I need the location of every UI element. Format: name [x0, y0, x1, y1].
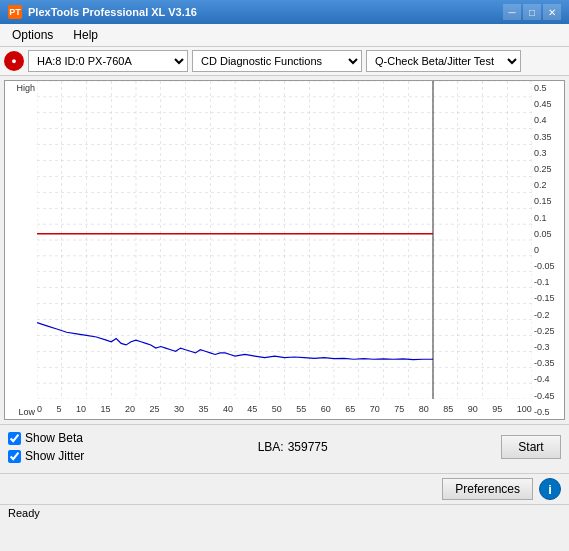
minimize-button[interactable]: ─ [503, 4, 521, 20]
y-label-3: 0.35 [532, 132, 564, 142]
y-label-5: 0.25 [532, 164, 564, 174]
chart-area [37, 81, 532, 399]
menu-options[interactable]: Options [4, 26, 61, 44]
y-label-6: 0.2 [532, 180, 564, 190]
y-label-13: -0.15 [532, 293, 564, 303]
y-label-16: -0.3 [532, 342, 564, 352]
x-label-20: 100 [517, 404, 532, 414]
x-label-16: 80 [419, 404, 429, 414]
status-bar: Ready [0, 504, 569, 521]
chart-canvas [37, 81, 532, 399]
y-label-0: 0.5 [532, 83, 564, 93]
y-label-17: -0.35 [532, 358, 564, 368]
device-status-icon: ● [4, 51, 24, 71]
preferences-button[interactable]: Preferences [442, 478, 533, 500]
chart-x-labels: 0 5 10 15 20 25 30 35 40 45 50 55 60 65 … [37, 399, 532, 419]
test-select[interactable]: Q-Check Beta/Jitter Test [366, 50, 521, 72]
show-beta-checkbox[interactable] [8, 432, 21, 445]
x-label-18: 90 [468, 404, 478, 414]
x-label-7: 35 [198, 404, 208, 414]
menu-help[interactable]: Help [65, 26, 106, 44]
x-label-14: 70 [370, 404, 380, 414]
maximize-button[interactable]: □ [523, 4, 541, 20]
window-title: PlexTools Professional XL V3.16 [28, 6, 197, 18]
x-label-19: 95 [492, 404, 502, 414]
y-label-10: 0 [532, 245, 564, 255]
x-label-6: 30 [174, 404, 184, 414]
y-label-20: -0.5 [532, 407, 564, 417]
y-label-9: 0.05 [532, 229, 564, 239]
chart-y-high: High [5, 83, 37, 93]
chart-container: High Low 0.5 0.45 0.4 0.35 0.3 0.25 0.2 … [4, 80, 565, 420]
bottom-panel: Show Beta Show Jitter LBA: 359775 Start [0, 424, 569, 473]
x-label-3: 15 [100, 404, 110, 414]
y-label-18: -0.4 [532, 374, 564, 384]
y-label-19: -0.45 [532, 391, 564, 401]
chart-y-low: Low [5, 407, 37, 417]
x-label-0: 0 [37, 404, 42, 414]
y-label-2: 0.4 [532, 115, 564, 125]
y-label-1: 0.45 [532, 99, 564, 109]
show-beta-checkbox-label[interactable]: Show Beta [8, 431, 84, 445]
y-label-8: 0.1 [532, 213, 564, 223]
close-button[interactable]: ✕ [543, 4, 561, 20]
x-label-10: 50 [272, 404, 282, 414]
y-label-11: -0.05 [532, 261, 564, 271]
y-label-12: -0.1 [532, 277, 564, 287]
app-icon: PT [8, 5, 22, 19]
x-label-1: 5 [56, 404, 61, 414]
lba-label: LBA: [258, 440, 284, 454]
title-bar: PT PlexTools Professional XL V3.16 ─ □ ✕ [0, 0, 569, 24]
function-select[interactable]: CD Diagnostic Functions [192, 50, 362, 72]
x-label-15: 75 [394, 404, 404, 414]
chart-y-left-labels: High Low [5, 81, 37, 419]
y-label-15: -0.25 [532, 326, 564, 336]
x-label-5: 25 [149, 404, 159, 414]
chart-y-right-labels: 0.5 0.45 0.4 0.35 0.3 0.25 0.2 0.15 0.1 … [532, 81, 564, 419]
lba-value: 359775 [288, 440, 328, 454]
y-label-14: -0.2 [532, 310, 564, 320]
preferences-row: Preferences i [0, 473, 569, 504]
x-label-17: 85 [443, 404, 453, 414]
y-label-4: 0.3 [532, 148, 564, 158]
x-label-13: 65 [345, 404, 355, 414]
show-beta-label: Show Beta [25, 431, 83, 445]
x-label-4: 20 [125, 404, 135, 414]
show-jitter-label: Show Jitter [25, 449, 84, 463]
show-jitter-checkbox-label[interactable]: Show Jitter [8, 449, 84, 463]
menu-bar: Options Help [0, 24, 569, 47]
x-label-2: 10 [76, 404, 86, 414]
info-button[interactable]: i [539, 478, 561, 500]
x-label-12: 60 [321, 404, 331, 414]
x-label-11: 55 [296, 404, 306, 414]
x-label-9: 45 [247, 404, 257, 414]
drive-select[interactable]: HA:8 ID:0 PX-760A [28, 50, 188, 72]
start-button[interactable]: Start [501, 435, 561, 459]
y-label-7: 0.15 [532, 196, 564, 206]
toolbar: ● HA:8 ID:0 PX-760A CD Diagnostic Functi… [0, 47, 569, 76]
status-text: Ready [8, 507, 40, 519]
x-label-8: 40 [223, 404, 233, 414]
show-jitter-checkbox[interactable] [8, 450, 21, 463]
